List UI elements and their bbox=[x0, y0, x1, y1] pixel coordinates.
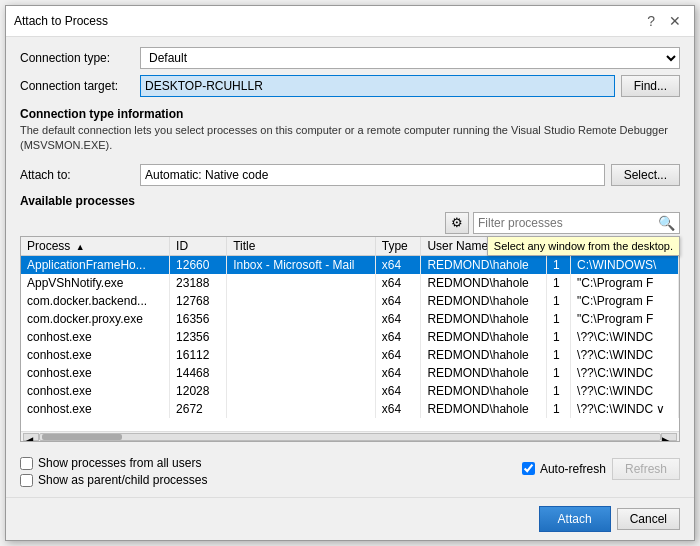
main-content: Connection type: Default Connection targ… bbox=[6, 37, 694, 497]
processes-table: Process ▲ ID Title Type User Name S Comm… bbox=[21, 237, 679, 418]
table-scroll[interactable]: Process ▲ ID Title Type User Name S Comm… bbox=[21, 237, 679, 431]
show-parent-child-row: Show as parent/child processes bbox=[20, 473, 207, 487]
show-all-users-row: Show processes from all users bbox=[20, 456, 207, 470]
attach-to-control: Select... bbox=[140, 164, 680, 186]
col-id[interactable]: ID bbox=[170, 237, 227, 256]
attach-to-label: Attach to: bbox=[20, 168, 140, 182]
bottom-bar: Show processes from all users Show as pa… bbox=[20, 450, 680, 487]
connection-type-control: Default bbox=[140, 47, 680, 69]
info-text: The default connection lets you select p… bbox=[20, 123, 680, 154]
refresh-button[interactable]: Refresh bbox=[612, 458, 680, 480]
dialog-title: Attach to Process bbox=[14, 14, 108, 28]
connection-target-control: Find... bbox=[140, 75, 680, 97]
info-title: Connection type information bbox=[20, 107, 680, 121]
bottom-bar-right: Auto-refresh Refresh bbox=[522, 458, 680, 480]
attach-button[interactable]: Attach bbox=[539, 506, 611, 532]
settings-button[interactable]: ⚙ bbox=[445, 212, 469, 234]
table-row[interactable]: conhost.exe14468x64REDMOND\hahole1\??\C:… bbox=[21, 364, 679, 382]
filter-input[interactable] bbox=[474, 213, 654, 233]
col-type[interactable]: Type bbox=[375, 237, 421, 256]
search-icon: 🔍 bbox=[658, 215, 675, 231]
available-processes-label: Available processes bbox=[20, 194, 680, 208]
table-row[interactable]: conhost.exe12028x64REDMOND\hahole1\??\C:… bbox=[21, 382, 679, 400]
title-bar: Attach to Process ? ✕ bbox=[6, 6, 694, 37]
connection-target-label: Connection target: bbox=[20, 79, 140, 93]
table-row[interactable]: conhost.exe16112x64REDMOND\hahole1\??\C:… bbox=[21, 346, 679, 364]
scroll-thumb bbox=[42, 434, 122, 440]
info-section: Connection type information The default … bbox=[20, 103, 680, 158]
connection-target-row: Connection target: Find... bbox=[20, 75, 680, 97]
horizontal-scrollbar[interactable]: ◀ ▶ bbox=[21, 431, 679, 441]
bottom-options: Show processes from all users Show as pa… bbox=[20, 456, 207, 487]
process-table: Process ▲ ID Title Type User Name S Comm… bbox=[20, 236, 680, 442]
table-row[interactable]: ApplicationFrameHo...12660Inbox - Micros… bbox=[21, 255, 679, 274]
table-row[interactable]: conhost.exe12356x64REDMOND\hahole1\??\C:… bbox=[21, 328, 679, 346]
table-row[interactable]: AppVShNotify.exe23188x64REDMOND\hahole1"… bbox=[21, 274, 679, 292]
show-parent-child-checkbox[interactable] bbox=[20, 474, 33, 487]
connection-type-row: Connection type: Default bbox=[20, 47, 680, 69]
scroll-track[interactable] bbox=[39, 433, 661, 441]
cancel-button[interactable]: Cancel bbox=[617, 508, 680, 530]
table-row[interactable]: com.docker.proxy.exe16356x64REDMOND\haho… bbox=[21, 310, 679, 328]
title-bar-right: ? ✕ bbox=[642, 12, 686, 30]
col-process[interactable]: Process ▲ bbox=[21, 237, 170, 256]
scroll-left[interactable]: ◀ bbox=[23, 433, 39, 441]
process-toolbar: ⚙ 🔍 Select any window from the desktop. bbox=[20, 212, 680, 234]
attach-to-row: Attach to: Select... bbox=[20, 164, 680, 186]
show-all-users-checkbox[interactable] bbox=[20, 457, 33, 470]
filter-search-button[interactable]: 🔍 bbox=[654, 215, 679, 231]
show-parent-child-label: Show as parent/child processes bbox=[38, 473, 207, 487]
title-bar-left: Attach to Process bbox=[14, 14, 108, 28]
find-button[interactable]: Find... bbox=[621, 75, 680, 97]
footer: Attach Cancel bbox=[6, 497, 694, 540]
filter-input-wrap: 🔍 bbox=[473, 212, 680, 234]
col-title[interactable]: Title bbox=[227, 237, 376, 256]
scroll-right[interactable]: ▶ bbox=[661, 433, 677, 441]
settings-icon: ⚙ bbox=[451, 215, 463, 230]
help-button[interactable]: ? bbox=[642, 12, 660, 30]
connection-type-label: Connection type: bbox=[20, 51, 140, 65]
connection-target-input[interactable] bbox=[140, 75, 615, 97]
tooltip-box: Select any window from the desktop. bbox=[487, 236, 680, 256]
auto-refresh-row: Auto-refresh bbox=[522, 462, 606, 476]
close-button[interactable]: ✕ bbox=[664, 12, 686, 30]
connection-type-select[interactable]: Default bbox=[140, 47, 680, 69]
table-row[interactable]: conhost.exe2672x64REDMOND\hahole1\??\C:\… bbox=[21, 400, 679, 418]
select-button[interactable]: Select... bbox=[611, 164, 680, 186]
dialog: Attach to Process ? ✕ Connection type: D… bbox=[5, 5, 695, 541]
auto-refresh-checkbox[interactable] bbox=[522, 462, 535, 475]
table-row[interactable]: com.docker.backend...12768x64REDMOND\hah… bbox=[21, 292, 679, 310]
show-all-users-label: Show processes from all users bbox=[38, 456, 201, 470]
auto-refresh-label: Auto-refresh bbox=[540, 462, 606, 476]
attach-to-input bbox=[140, 164, 605, 186]
